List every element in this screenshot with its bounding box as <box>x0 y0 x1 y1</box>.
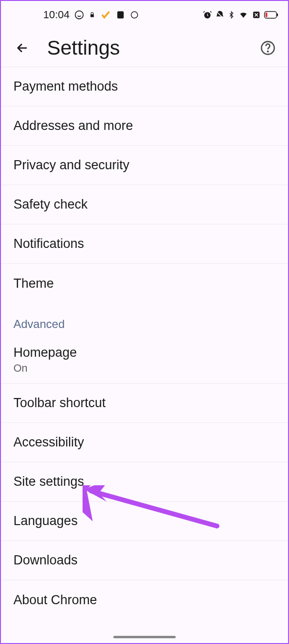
svg-point-0 <box>75 11 84 19</box>
item-label: Homepage <box>13 345 276 360</box>
item-safety-check[interactable]: Safety check <box>1 185 288 224</box>
nav-handle[interactable] <box>113 636 176 638</box>
item-label: Site settings <box>13 474 276 489</box>
evernote-icon <box>116 10 125 20</box>
item-label: Toolbar shortcut <box>13 396 276 410</box>
item-theme[interactable]: Theme <box>1 264 288 303</box>
bluetooth-icon <box>228 10 235 20</box>
item-notifications[interactable]: Notifications <box>1 224 288 264</box>
battery-low-icon <box>264 11 278 19</box>
arrow-left-icon <box>15 41 29 55</box>
item-accessibility[interactable]: Accessibility <box>1 423 288 462</box>
item-label: Languages <box>13 514 276 528</box>
svg-rect-8 <box>265 12 267 17</box>
item-addresses[interactable]: Addresses and more <box>1 106 288 146</box>
item-label: Payment methods <box>13 79 276 94</box>
svg-rect-7 <box>277 13 278 16</box>
status-right <box>203 10 278 20</box>
item-privacy-security[interactable]: Privacy and security <box>1 146 288 185</box>
item-label: Theme <box>13 276 276 291</box>
svg-rect-1 <box>91 14 94 17</box>
item-about-chrome[interactable]: About Chrome <box>1 580 288 620</box>
help-button[interactable] <box>257 37 278 59</box>
item-label: Safety check <box>13 197 276 212</box>
item-homepage[interactable]: Homepage On <box>1 339 288 384</box>
item-label: Downloads <box>13 553 276 568</box>
item-label: Addresses and more <box>13 118 276 133</box>
alarm-icon <box>203 10 212 20</box>
status-bar: 10:04 <box>1 1 288 29</box>
dnd-icon <box>215 10 225 20</box>
app-icon <box>130 11 139 19</box>
app-bar: Settings <box>1 29 288 67</box>
settings-list: Payment methods Addresses and more Priva… <box>1 67 288 620</box>
help-circle-icon <box>260 40 276 56</box>
item-subtitle: On <box>13 362 276 375</box>
check-icon <box>100 10 111 20</box>
whatsapp-icon <box>74 10 84 20</box>
svg-rect-2 <box>117 12 123 19</box>
item-label: About Chrome <box>13 593 276 608</box>
section-header-advanced: Advanced <box>1 303 288 339</box>
back-button[interactable] <box>11 36 34 59</box>
item-label: Privacy and security <box>13 158 276 173</box>
item-languages[interactable]: Languages <box>1 502 288 541</box>
no-sim-icon <box>252 10 261 20</box>
item-site-settings[interactable]: Site settings <box>1 462 288 502</box>
item-payment-methods[interactable]: Payment methods <box>1 67 288 106</box>
status-time: 10:04 <box>43 9 70 21</box>
item-label: Notifications <box>13 236 276 251</box>
svg-point-3 <box>131 12 138 18</box>
status-left: 10:04 <box>43 9 139 21</box>
item-label: Accessibility <box>13 435 276 450</box>
wifi-icon <box>238 11 249 19</box>
item-toolbar-shortcut[interactable]: Toolbar shortcut <box>1 384 288 423</box>
lock-icon <box>89 12 96 18</box>
svg-point-10 <box>267 51 268 52</box>
page-title: Settings <box>47 36 257 59</box>
item-downloads[interactable]: Downloads <box>1 541 288 580</box>
